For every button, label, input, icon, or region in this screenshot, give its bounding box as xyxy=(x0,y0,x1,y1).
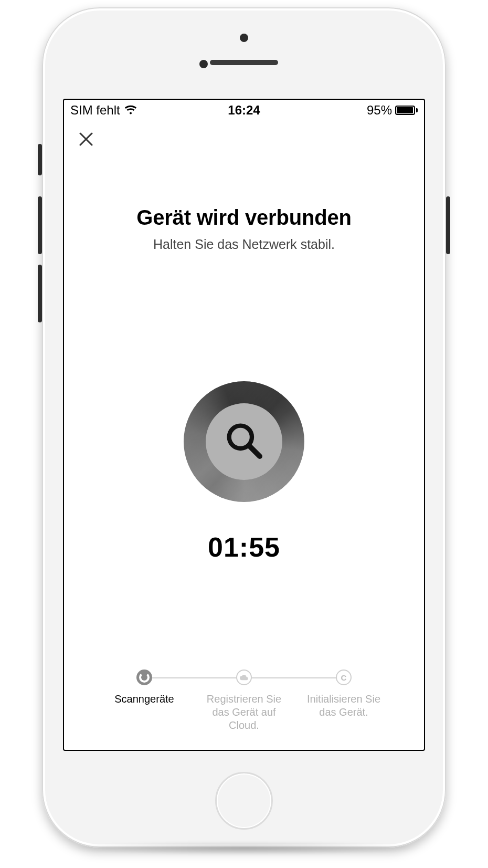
volume-up-button xyxy=(38,196,42,254)
step-label: Initialisieren Sie das Gerät. xyxy=(299,693,388,719)
battery-percent: 95% xyxy=(367,103,392,118)
power-button xyxy=(446,196,450,254)
mute-switch xyxy=(38,144,42,175)
progress-steps: Scanngeräte Registrieren Sie das Gerät a… xyxy=(64,670,424,732)
scan-spinner xyxy=(184,381,304,502)
earpiece-speaker xyxy=(210,60,278,65)
battery-icon xyxy=(395,106,418,115)
svg-line-1 xyxy=(249,446,260,456)
step-scan-devices: Scanngeräte xyxy=(94,670,194,732)
nav-bar xyxy=(64,121,424,158)
status-bar: SIM fehlt 16:24 95% xyxy=(64,100,424,121)
front-camera xyxy=(240,34,248,42)
home-button xyxy=(215,772,273,830)
page-subtitle: Halten Sie das Netzwerk stabil. xyxy=(153,237,335,252)
spinner-icon xyxy=(136,670,152,685)
page-title: Gerät wird verbunden xyxy=(136,206,351,229)
step-label: Registrieren Sie das Gerät auf Cloud. xyxy=(199,693,289,732)
close-button[interactable] xyxy=(73,127,99,152)
cloud-icon xyxy=(236,670,252,685)
wifi-icon xyxy=(124,103,137,118)
search-icon xyxy=(223,420,265,464)
step-label: Scanngeräte xyxy=(114,693,174,706)
carrier-label: SIM fehlt xyxy=(70,103,120,118)
screen: SIM fehlt 16:24 95% Gerät wird v xyxy=(63,99,425,751)
initialize-icon: C xyxy=(336,670,352,685)
proximity-sensor xyxy=(199,60,208,68)
step-register-cloud: Registrieren Sie das Gerät auf Cloud. xyxy=(194,670,294,732)
step-initialize-device: C Initialisieren Sie das Gerät. xyxy=(294,670,394,732)
volume-down-button xyxy=(38,265,42,322)
countdown-timer: 01:55 xyxy=(208,531,280,563)
content: Gerät wird verbunden Halten Sie das Netz… xyxy=(64,158,424,750)
phone-frame: SIM fehlt 16:24 95% Gerät wird v xyxy=(42,7,446,848)
